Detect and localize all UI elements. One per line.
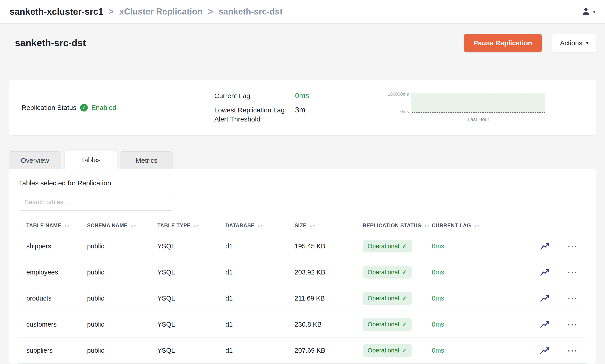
cell-table-name: employees — [18, 269, 87, 276]
table-row: customers public YSQL d1 230.8 KB Operat… — [18, 312, 587, 338]
sort-icon: ▲▼ — [64, 224, 70, 228]
sort-icon: ▲▼ — [309, 224, 315, 228]
replication-tables-table: TABLE NAME▲▼ SCHEMA NAME▲▼ TABLE TYPE▲▼ … — [18, 218, 587, 364]
chart-y-min-label: 0ms — [382, 109, 409, 114]
cell-table-name: products — [18, 295, 87, 302]
tab-metrics[interactable]: Metrics — [120, 151, 173, 169]
lag-graph-button[interactable] — [540, 268, 550, 276]
page-header: sanketh-src-dst Pause Replication Action… — [9, 34, 596, 52]
cell-table-type: YSQL — [157, 243, 225, 250]
cell-current-lag: 0ms — [432, 321, 488, 328]
column-header-current-lag[interactable]: CURRENT LAG▲▼ — [432, 222, 488, 229]
chevron-right-icon: > — [109, 7, 114, 16]
lag-threshold-chart: 180000ms 0ms — [382, 93, 545, 113]
page-title: sanketh-src-dst — [15, 38, 86, 49]
check-icon: ✓ — [402, 347, 407, 354]
sort-icon: ▲▼ — [193, 224, 199, 228]
lag-graph-button[interactable] — [540, 242, 550, 250]
current-lag-value: 0ms — [295, 91, 382, 100]
header-actions: Pause Replication Actions ▾ — [464, 34, 596, 52]
cell-current-lag: 0ms — [432, 243, 488, 250]
check-icon: ✓ — [402, 321, 407, 328]
tables-panel: Tables selected for Replication TABLE NA… — [9, 169, 596, 364]
cell-database: d1 — [225, 295, 295, 302]
check-icon: ✓ — [402, 269, 407, 276]
cell-size: 211.69 KB — [295, 295, 363, 302]
cell-table-name: customers — [18, 321, 87, 328]
chart-y-max-label: 180000ms — [382, 91, 409, 97]
column-header-size[interactable]: SIZE▲▼ — [295, 222, 363, 229]
check-icon: ✓ — [402, 243, 407, 250]
lag-graph-button[interactable] — [540, 346, 550, 355]
actions-label: Actions — [560, 39, 582, 47]
lag-chart-section: 180000ms 0ms Last Hour — [382, 93, 583, 122]
sort-icon: ▲▼ — [257, 224, 263, 228]
cell-size: 195.45 KB — [295, 243, 363, 250]
pause-replication-button[interactable]: Pause Replication — [464, 34, 541, 52]
check-icon: ✓ — [402, 295, 407, 302]
status-badge: Operational✓ — [363, 344, 412, 357]
column-header-table-name[interactable]: TABLE NAME▲▼ — [18, 222, 87, 229]
cell-schema-name: public — [87, 243, 157, 250]
replication-status-card: Replication Status ✓ Enabled Current Lag… — [9, 80, 596, 136]
tab-tables[interactable]: Tables — [64, 150, 117, 169]
cell-table-name: shippers — [18, 243, 87, 250]
column-header-database[interactable]: DATABASE▲▼ — [225, 222, 295, 229]
user-icon — [581, 7, 591, 17]
status-badge: Operational✓ — [363, 318, 412, 331]
table-row: products public YSQL d1 211.69 KB Operat… — [18, 285, 587, 312]
table-row: shippers public YSQL d1 195.45 KB Operat… — [18, 233, 587, 259]
cell-size: 207.69 KB — [295, 347, 363, 354]
lag-graph-button[interactable] — [540, 294, 550, 303]
sort-icon: ▲▼ — [130, 224, 136, 228]
check-circle-icon: ✓ — [80, 104, 88, 112]
replication-status-section: Replication Status ✓ Enabled — [22, 103, 214, 112]
lag-metrics-section: Current Lag 0ms Lowest Replication Lag A… — [214, 91, 382, 124]
chevron-right-icon: > — [208, 7, 213, 16]
column-header-schema-name[interactable]: SCHEMA NAME▲▼ — [87, 222, 157, 229]
cell-current-lag: 0ms — [432, 347, 488, 354]
breadcrumb: sanketh-xcluster-src1 > xCluster Replica… — [10, 7, 283, 17]
cell-database: d1 — [225, 347, 295, 354]
cell-table-type: YSQL — [157, 347, 225, 354]
cell-table-name: suppliers — [18, 347, 87, 354]
cell-table-type: YSQL — [157, 269, 225, 276]
replication-status-label: Replication Status — [22, 103, 76, 112]
tab-bar: Overview Tables Metrics — [9, 150, 596, 169]
chart-x-axis-label: Last Hour — [412, 117, 545, 122]
table-row: employees public YSQL d1 203.92 KB Opera… — [18, 259, 587, 285]
cell-database: d1 — [225, 243, 295, 250]
cell-database: d1 — [225, 321, 295, 328]
current-lag-label: Current Lag — [214, 91, 295, 101]
column-header-replication-status[interactable]: REPLICATION STATUS▲▼ — [363, 222, 432, 229]
cell-schema-name: public — [87, 347, 157, 354]
page-content: sanketh-src-dst Pause Replication Action… — [0, 34, 605, 364]
breadcrumb-xcluster-replication[interactable]: xCluster Replication — [119, 7, 202, 16]
search-input[interactable] — [18, 194, 174, 210]
cell-size: 230.8 KB — [295, 321, 363, 328]
chevron-down-icon: ▾ — [593, 9, 595, 15]
lag-graph-button[interactable] — [540, 320, 550, 329]
cell-table-type: YSQL — [157, 321, 225, 328]
user-menu-button[interactable]: ▾ — [581, 7, 595, 17]
cell-schema-name: public — [87, 269, 157, 276]
lag-threshold-value: 3m — [295, 106, 382, 114]
cell-schema-name: public — [87, 295, 157, 302]
tab-overview[interactable]: Overview — [9, 151, 61, 169]
replication-status-value: Enabled — [91, 104, 116, 112]
chevron-down-icon: ▾ — [586, 40, 589, 46]
table-row: suppliers public YSQL d1 207.69 KB Opera… — [18, 338, 587, 364]
column-header-table-type[interactable]: TABLE TYPE▲▼ — [157, 222, 225, 229]
panel-heading: Tables selected for Replication — [18, 179, 587, 187]
cell-database: d1 — [225, 269, 295, 276]
top-bar: sanketh-xcluster-src1 > xCluster Replica… — [0, 0, 605, 24]
breadcrumb-current-page: sanketh-src-dst — [218, 7, 283, 16]
breadcrumb-universe[interactable]: sanketh-xcluster-src1 — [10, 7, 103, 17]
lag-threshold-label: Lowest Replication Lag Alert Threshold — [214, 106, 295, 124]
status-badge: Operational✓ — [363, 266, 412, 279]
cell-schema-name: public — [87, 321, 157, 328]
cell-table-type: YSQL — [157, 295, 225, 302]
status-badge: Operational✓ — [363, 240, 412, 252]
actions-dropdown-button[interactable]: Actions ▾ — [552, 34, 596, 52]
cell-size: 203.92 KB — [295, 269, 363, 276]
